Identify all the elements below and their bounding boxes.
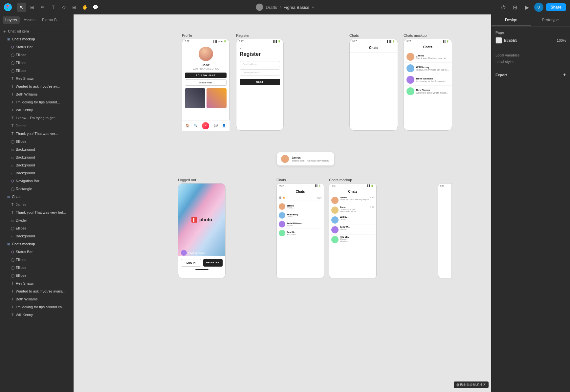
chats-b-list: James Thank... Will Kenny I know... [278, 202, 322, 237]
layer-item-35[interactable]: T I'm looking for tips around ca... [0, 303, 73, 311]
layer-item-17[interactable]: ▭ Background [0, 161, 73, 169]
layer-item-4[interactable]: ◯ Ellipse [0, 59, 73, 67]
photo-text: photo [199, 217, 212, 222]
login-btn[interactable]: LOG IN [181, 259, 201, 267]
export-add-btn[interactable]: + [563, 72, 566, 78]
layer-item-8[interactable]: T Beth Williams [0, 90, 73, 98]
design-tab[interactable]: Design [492, 14, 531, 26]
layer-item-18[interactable]: ▭ Background [0, 169, 73, 177]
layer-item-11[interactable]: T I know... I'm trying to get... [0, 114, 73, 122]
layer-item-9[interactable]: T I'm looking for tips around... [0, 98, 73, 106]
toolbar: ↖ ⊞ ✏ T ◇ ⊞ ✋ 💬 Drafts / Figma Basics ▾ … [0, 0, 570, 14]
preview-name: James [292, 156, 330, 159]
layer-name: Will Kenny [16, 313, 33, 317]
layer-item-32[interactable]: T Rev Shawn [0, 279, 73, 287]
layer-item-22[interactable]: T James [0, 201, 73, 208]
layer-item-26[interactable]: ▭ Background [0, 232, 73, 240]
layer-item-6[interactable]: T Rev Shawn [0, 75, 73, 82]
home-indicator [195, 269, 208, 270]
layer-item-15[interactable]: ▭ Background [0, 145, 73, 153]
layer-type-icon: ▭ [11, 155, 14, 159]
layer-item-34[interactable]: T Beth Williams [0, 295, 73, 303]
layer-item-25[interactable]: ◯ Ellipse [0, 224, 73, 232]
page-bg-swatch[interactable] [495, 37, 502, 44]
layer-item-23[interactable]: T Thank you! That was very hel... [0, 208, 73, 216]
zoom-indicator: @稀土掘金技术社区 [454, 381, 489, 388]
next-btn[interactable]: NEXT [240, 79, 280, 85]
chats-mockup-top-label: Chats mockup [404, 33, 452, 37]
code-view-btn[interactable]: ‹/› [499, 3, 508, 12]
file-name[interactable]: Figma Basics [284, 5, 309, 10]
layer-item-20[interactable]: ◯ Rectangle [0, 185, 73, 193]
layer-item-36[interactable]: T Will Kenny [0, 311, 73, 319]
mb-james: James9:27 Thank you! That was very helpf… [331, 195, 375, 205]
layer-item-12[interactable]: T James [0, 122, 73, 130]
layer-item-7[interactable]: T Wanted to ask if you're av... [0, 82, 73, 90]
layer-name: Chats [12, 195, 21, 199]
layer-item-16[interactable]: ▭ Background [0, 153, 73, 161]
layer-item-31[interactable]: ◯ Ellipse [0, 272, 73, 279]
text-tool[interactable]: T [49, 3, 58, 12]
layer-item-29[interactable]: ◯ Ellipse [0, 256, 73, 264]
shape-tool[interactable]: ◇ [59, 3, 68, 12]
present-btn[interactable]: ▶ [522, 3, 532, 12]
layer-name: Status Bar [16, 45, 33, 49]
layer-name: I'm looking for tips around... [16, 100, 60, 104]
layer-item-13[interactable]: T Thank you! That was ver... [0, 130, 73, 138]
select-tool[interactable]: ↖ [17, 3, 26, 12]
local-variables-item[interactable]: Local variables [495, 53, 566, 57]
layer-item-28[interactable]: ⬡ Status Bar [0, 248, 73, 256]
register-phone: 9:27 ▌▌▌🔋 Fx Register Email address Crea… [236, 39, 284, 131]
logged-out-bg: ▌ photo Pavel Calminski [178, 184, 225, 256]
message-btn[interactable]: MESSAGE [185, 79, 227, 86]
layer-item-27[interactable]: ⊞ Chats mockup [0, 240, 73, 248]
hand-tool[interactable]: ✋ [80, 3, 89, 12]
grid-tool[interactable]: ⊞ [70, 3, 79, 12]
user-profile-btn[interactable]: U [534, 3, 543, 12]
james-msg: Thank you! That was very helpful [416, 57, 449, 59]
layer-item-10[interactable]: T Will Kenny [0, 106, 73, 114]
layer-item-21[interactable]: ⊞ Chats [0, 193, 73, 201]
layer-name: I know... I'm trying to get... [16, 116, 57, 120]
share-button[interactable]: Share [546, 3, 566, 11]
layer-type-icon: ⊞ [7, 37, 11, 41]
will-avatar [406, 64, 414, 72]
local-styles-item[interactable]: Local styles [495, 60, 566, 64]
layer-item-24[interactable]: ▭ Divider [0, 216, 73, 224]
canvas[interactable]: Profile 9:27 ▌▌▌WiFi🔋 Jane SAN FRANCISCO… [74, 14, 491, 392]
layer-item-33[interactable]: T Wanted to ask if you're availa... [0, 287, 73, 295]
layer-item-14[interactable]: ◯ Ellipse [0, 138, 73, 145]
layer-item-2[interactable]: ⬡ Status Bar [0, 43, 73, 51]
profile-avatar [199, 47, 213, 61]
layer-name: Will Kenny [16, 108, 33, 112]
register-content: Fx Register Email address Create passwor… [236, 43, 283, 90]
layer-type-icon: ▭ [11, 218, 14, 222]
mb-will2: Will Ke... I show... [331, 215, 375, 225]
password-field[interactable]: Create password [240, 69, 280, 76]
layer-item-0[interactable]: ◈ Chat list item [0, 27, 73, 35]
local-variables-label: Local variables [495, 53, 519, 57]
breadcrumb-drafts: Drafts [266, 5, 277, 10]
email-field[interactable]: Email address [240, 61, 280, 67]
register-btn[interactable]: REGISTER [203, 259, 223, 267]
layout-btn[interactable]: ⊞ [511, 3, 520, 12]
layer-item-5[interactable]: ◯ Ellipse [0, 67, 73, 75]
layer-item-19[interactable]: ⬡ Navigation Bar [0, 177, 73, 185]
mockup-top-title: Chats [404, 43, 452, 51]
follow-btn[interactable]: FOLLOW JANE [185, 73, 227, 78]
pen-tool[interactable]: ✏ [38, 3, 47, 12]
prototype-tab[interactable]: Prototype [531, 14, 570, 26]
layer-item-1[interactable]: ⊞ Chats mockup [0, 35, 73, 43]
layer-item-30[interactable]: ◯ Ellipse [0, 264, 73, 272]
layer-item-3[interactable]: ◯ Ellipse [0, 51, 73, 59]
layer-type-icon: T [11, 76, 14, 80]
layer-type-icon: ⊞ [7, 242, 11, 246]
frame-tool[interactable]: ⊞ [28, 3, 37, 12]
chats-top-status: 9:27 ▌▌▌🔋 [350, 39, 398, 43]
comment-tool[interactable]: 💬 [91, 3, 100, 12]
layers-tab[interactable]: Layers [3, 16, 20, 24]
assets-tab[interactable]: Assets [21, 16, 38, 24]
mockup-b-status: 9:27 ▌▌🔋 [329, 184, 376, 188]
chat-item-rev: Rev Shawn Wanted to ask if you're availa… [404, 86, 452, 97]
figma-b-tab[interactable]: Figma B... [39, 16, 63, 24]
